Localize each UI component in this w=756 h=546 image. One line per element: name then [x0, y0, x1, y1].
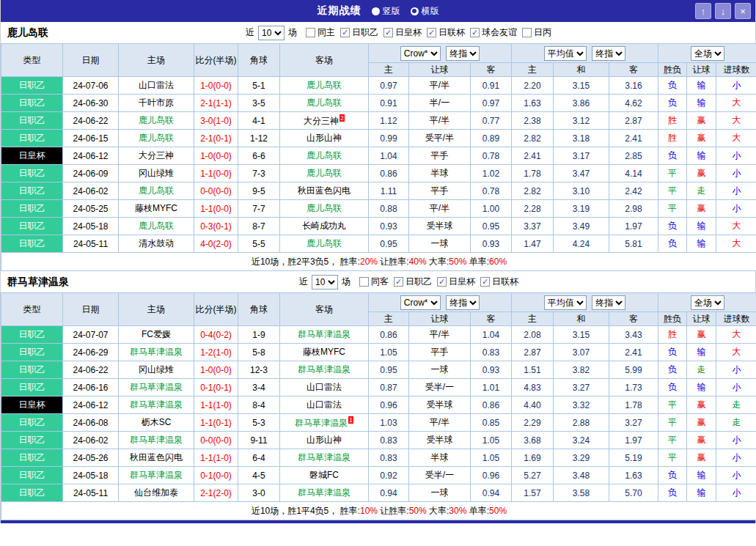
home-team-cell: 鹿儿岛联: [119, 218, 194, 235]
asian-away-odds-cell: 1.05: [471, 449, 512, 467]
match-count-select[interactable]: 10: [312, 275, 338, 289]
team-name: 秋田蓝色闪电: [298, 185, 351, 196]
team-name: 仙台维加泰: [134, 487, 178, 498]
europe-stage-select[interactable]: 终指: [592, 46, 625, 61]
filter-checkbox[interactable]: ✓日联杯: [427, 26, 465, 39]
avg-home-odds-cell: 2.82: [512, 130, 554, 147]
europe-stage-select[interactable]: 终指: [592, 295, 625, 310]
avg-draw-odds-cell: 3.15: [554, 326, 609, 344]
section-header: 鹿儿岛联 近 10 场 同主✓日职乙✓日皇杯✓日联杯✓球会友谊日丙: [1, 22, 755, 43]
result-cell: 负: [658, 344, 687, 361]
sub-handicap: 让球: [409, 312, 471, 326]
avg-away-odds-cell: 2.41: [609, 130, 658, 147]
filter-checkbox-label: 日职乙: [405, 276, 432, 288]
summary-text: 近10场，胜1平4负5， 胜率:10% 让胜率:50% 大率:30% 单率:50…: [252, 506, 507, 516]
asian-home-odds-cell: 0.83: [369, 449, 409, 467]
asian-home-odds-cell: 0.99: [369, 130, 409, 147]
bookmaker-select[interactable]: Crow*: [400, 46, 441, 61]
scope-select[interactable]: 全场: [691, 46, 724, 61]
sub-draw: 和: [554, 63, 609, 77]
average-select[interactable]: 平均值: [544, 46, 587, 61]
match-count-select[interactable]: 10: [258, 26, 285, 40]
col-home: 主场: [119, 293, 194, 326]
avg-draw-odds-cell: 3.32: [554, 396, 609, 414]
close-icon[interactable]: ×: [735, 3, 751, 19]
score-cell: 4-0(2-0): [194, 235, 238, 253]
score-cell: 0-0(0-0): [194, 182, 238, 200]
asian-home-odds-cell: 0.97: [369, 77, 409, 95]
team-name: 千叶市原: [139, 97, 174, 108]
filter-checkbox[interactable]: ✓日皇杯: [383, 26, 422, 39]
match-row: 日职乙24-06-09冈山绿雉1-1(0-0)7-3鹿儿岛联0.86半球1.02…: [1, 165, 756, 182]
scroll-down-icon[interactable]: ↓: [715, 3, 731, 19]
filter-checkbox[interactable]: ✓球会友谊: [470, 26, 517, 39]
handicap-result-cell: 赢: [687, 165, 716, 182]
asian-stage-select[interactable]: 终指: [446, 295, 480, 310]
score-cell: 0-4(0-2): [194, 326, 238, 344]
league-cell: 日职乙: [1, 449, 63, 467]
col-type: 类型: [1, 44, 63, 77]
bookmaker-select[interactable]: Crow*: [400, 295, 441, 310]
avg-away-odds-cell: 2.41: [609, 344, 658, 361]
recent-results-panel: 近期战绩 竖版 横版 ↑ ↓ × 鹿儿岛联 近 10 场: [0, 0, 756, 523]
average-select[interactable]: 平均值: [544, 295, 587, 310]
team-name: 鹿儿岛联: [307, 97, 342, 108]
match-row: 日职乙24-06-02鹿儿岛联0-0(0-0)9-5秋田蓝色闪电1.11平手0.…: [1, 182, 756, 200]
home-team-cell: 藤枝MYFC: [119, 200, 194, 218]
sub-away2: 客: [609, 63, 658, 77]
corner-cell: 3-4: [238, 379, 280, 396]
avg-away-odds-cell: 1.78: [609, 396, 658, 414]
col-type: 类型: [1, 293, 63, 326]
team-name: 藤枝MYFC: [303, 347, 345, 357]
asian-home-odds-cell: 0.87: [369, 379, 409, 396]
home-team-cell: 枥木SC: [119, 414, 194, 432]
handicap-cell: 半球: [409, 449, 471, 467]
handicap-result-cell: 输: [687, 344, 716, 361]
avg-home-odds-cell: 4.83: [512, 379, 554, 396]
scope-select[interactable]: 全场: [691, 295, 724, 310]
filter-checkbox[interactable]: 日丙: [522, 26, 551, 39]
scroll-up-icon[interactable]: ↑: [695, 3, 711, 19]
layout-option-vertical[interactable]: 竖版: [372, 5, 400, 18]
layout-option-horizontal[interactable]: 横版: [411, 5, 439, 18]
team-name: 山口雷法: [139, 80, 174, 90]
date-cell: 24-06-22: [63, 361, 119, 379]
filter-checkbox[interactable]: ✓日皇杯: [437, 276, 475, 288]
away-team-cell: 山形山神: [280, 130, 369, 147]
sub-let: 让球: [687, 312, 716, 326]
sub-goals: 进球数: [716, 63, 756, 77]
team-section-home: 鹿儿岛联 近 10 场 同主✓日职乙✓日皇杯✓日联杯✓球会友谊日丙 类型: [1, 22, 755, 271]
team-name: 鹿儿岛联: [139, 185, 174, 196]
filter-checkbox[interactable]: 同主: [306, 26, 335, 39]
sub-draw: 和: [554, 312, 609, 326]
avg-draw-odds-cell: 4.24: [554, 235, 609, 253]
team-name: 山口雷法: [307, 399, 342, 410]
sub-goals: 进球数: [716, 312, 756, 326]
team-name: 枥木SC: [142, 417, 172, 427]
col-corner: 角球: [238, 44, 280, 77]
asian-away-odds-cell: 0.83: [471, 344, 512, 361]
avg-away-odds-cell: 4.14: [609, 165, 658, 182]
score-cell: 2-1(0-1): [194, 130, 238, 147]
radio-selected-icon: [411, 7, 419, 15]
corner-cell: 6-6: [238, 147, 280, 165]
filter-checkbox[interactable]: 同客: [359, 276, 389, 288]
asian-stage-select[interactable]: 终指: [446, 46, 480, 61]
team-name: 群马草津温泉: [130, 347, 183, 357]
results-table: 类型 日期 主场 比分(半场) 角球 客场 Crow* 终指 平均值 终指: [1, 292, 756, 520]
handicap-result-cell: 输: [687, 77, 716, 95]
asian-home-odds-cell: 0.93: [369, 218, 409, 235]
filter-checkbox[interactable]: ✓日职乙: [394, 276, 432, 288]
away-team-cell: 鹿儿岛联: [280, 77, 369, 95]
score-cell: 1-1(0-0): [194, 200, 238, 218]
league-cell: 日职乙: [1, 235, 63, 253]
league-cell: 日职乙: [1, 218, 63, 235]
asian-away-odds-cell: 1.02: [471, 165, 512, 182]
section-header: 群马草津温泉 近 10 场 同客✓日职乙✓日皇杯✓日联杯: [1, 271, 755, 292]
handicap-cell: 平/半: [409, 200, 471, 218]
filter-checkbox[interactable]: ✓日联杯: [480, 276, 518, 288]
filter-checkbox[interactable]: ✓日职乙: [340, 26, 378, 39]
team-name: 大分三神: [139, 150, 174, 161]
result-cell: 负: [658, 379, 687, 396]
score-cell: 1-0(0-0): [194, 147, 238, 165]
